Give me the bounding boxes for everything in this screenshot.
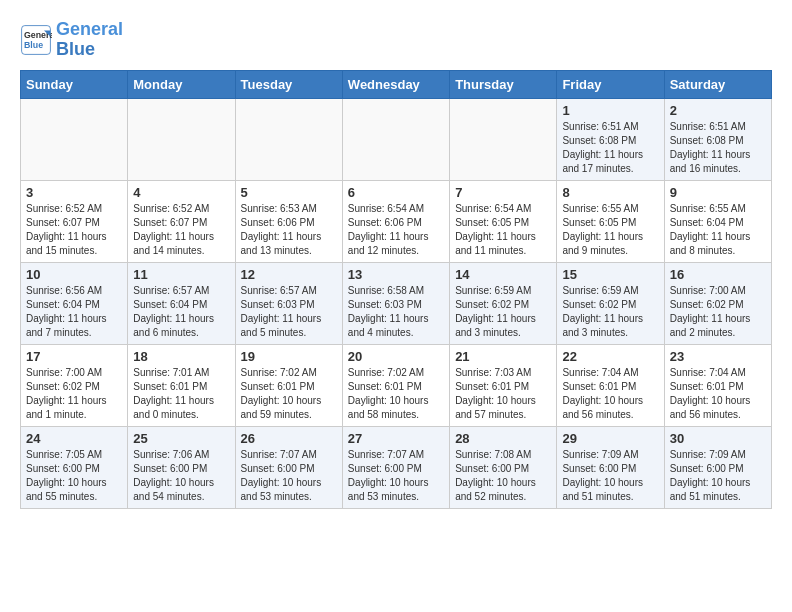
day-info: Sunrise: 7:06 AMSunset: 6:00 PMDaylight:… <box>133 448 229 504</box>
day-info: Sunrise: 7:02 AMSunset: 6:01 PMDaylight:… <box>348 366 444 422</box>
day-cell-27: 27Sunrise: 7:07 AMSunset: 6:00 PMDayligh… <box>342 426 449 508</box>
day-number: 18 <box>133 349 229 364</box>
day-number: 9 <box>670 185 766 200</box>
day-number: 20 <box>348 349 444 364</box>
day-info: Sunrise: 6:59 AMSunset: 6:02 PMDaylight:… <box>562 284 658 340</box>
day-cell-16: 16Sunrise: 7:00 AMSunset: 6:02 PMDayligh… <box>664 262 771 344</box>
day-info: Sunrise: 7:01 AMSunset: 6:01 PMDaylight:… <box>133 366 229 422</box>
week-row-1: 1Sunrise: 6:51 AMSunset: 6:08 PMDaylight… <box>21 98 772 180</box>
day-number: 3 <box>26 185 122 200</box>
day-cell-3: 3Sunrise: 6:52 AMSunset: 6:07 PMDaylight… <box>21 180 128 262</box>
day-number: 12 <box>241 267 337 282</box>
day-info: Sunrise: 6:55 AMSunset: 6:05 PMDaylight:… <box>562 202 658 258</box>
day-cell-9: 9Sunrise: 6:55 AMSunset: 6:04 PMDaylight… <box>664 180 771 262</box>
day-info: Sunrise: 7:09 AMSunset: 6:00 PMDaylight:… <box>670 448 766 504</box>
weekday-header-tuesday: Tuesday <box>235 70 342 98</box>
logo-text: GeneralBlue <box>56 20 123 60</box>
day-info: Sunrise: 7:00 AMSunset: 6:02 PMDaylight:… <box>670 284 766 340</box>
day-cell-23: 23Sunrise: 7:04 AMSunset: 6:01 PMDayligh… <box>664 344 771 426</box>
day-cell-8: 8Sunrise: 6:55 AMSunset: 6:05 PMDaylight… <box>557 180 664 262</box>
day-number: 4 <box>133 185 229 200</box>
day-number: 16 <box>670 267 766 282</box>
day-number: 13 <box>348 267 444 282</box>
day-cell-17: 17Sunrise: 7:00 AMSunset: 6:02 PMDayligh… <box>21 344 128 426</box>
weekday-header-saturday: Saturday <box>664 70 771 98</box>
week-row-3: 10Sunrise: 6:56 AMSunset: 6:04 PMDayligh… <box>21 262 772 344</box>
weekday-header-thursday: Thursday <box>450 70 557 98</box>
day-info: Sunrise: 6:54 AMSunset: 6:05 PMDaylight:… <box>455 202 551 258</box>
day-cell-15: 15Sunrise: 6:59 AMSunset: 6:02 PMDayligh… <box>557 262 664 344</box>
day-cell-11: 11Sunrise: 6:57 AMSunset: 6:04 PMDayligh… <box>128 262 235 344</box>
day-number: 29 <box>562 431 658 446</box>
svg-text:Blue: Blue <box>24 40 43 50</box>
day-info: Sunrise: 6:53 AMSunset: 6:06 PMDaylight:… <box>241 202 337 258</box>
day-info: Sunrise: 6:54 AMSunset: 6:06 PMDaylight:… <box>348 202 444 258</box>
weekday-header-row: SundayMondayTuesdayWednesdayThursdayFrid… <box>21 70 772 98</box>
day-cell-6: 6Sunrise: 6:54 AMSunset: 6:06 PMDaylight… <box>342 180 449 262</box>
day-info: Sunrise: 6:52 AMSunset: 6:07 PMDaylight:… <box>26 202 122 258</box>
weekday-header-sunday: Sunday <box>21 70 128 98</box>
day-number: 22 <box>562 349 658 364</box>
empty-cell <box>21 98 128 180</box>
day-info: Sunrise: 7:05 AMSunset: 6:00 PMDaylight:… <box>26 448 122 504</box>
day-info: Sunrise: 7:00 AMSunset: 6:02 PMDaylight:… <box>26 366 122 422</box>
day-number: 23 <box>670 349 766 364</box>
day-cell-18: 18Sunrise: 7:01 AMSunset: 6:01 PMDayligh… <box>128 344 235 426</box>
day-number: 1 <box>562 103 658 118</box>
week-row-2: 3Sunrise: 6:52 AMSunset: 6:07 PMDaylight… <box>21 180 772 262</box>
day-info: Sunrise: 6:51 AMSunset: 6:08 PMDaylight:… <box>562 120 658 176</box>
day-cell-10: 10Sunrise: 6:56 AMSunset: 6:04 PMDayligh… <box>21 262 128 344</box>
day-info: Sunrise: 7:07 AMSunset: 6:00 PMDaylight:… <box>348 448 444 504</box>
day-cell-12: 12Sunrise: 6:57 AMSunset: 6:03 PMDayligh… <box>235 262 342 344</box>
weekday-header-wednesday: Wednesday <box>342 70 449 98</box>
day-info: Sunrise: 6:52 AMSunset: 6:07 PMDaylight:… <box>133 202 229 258</box>
day-number: 27 <box>348 431 444 446</box>
day-info: Sunrise: 7:04 AMSunset: 6:01 PMDaylight:… <box>670 366 766 422</box>
day-cell-30: 30Sunrise: 7:09 AMSunset: 6:00 PMDayligh… <box>664 426 771 508</box>
day-cell-26: 26Sunrise: 7:07 AMSunset: 6:00 PMDayligh… <box>235 426 342 508</box>
day-number: 11 <box>133 267 229 282</box>
day-cell-24: 24Sunrise: 7:05 AMSunset: 6:00 PMDayligh… <box>21 426 128 508</box>
day-info: Sunrise: 6:56 AMSunset: 6:04 PMDaylight:… <box>26 284 122 340</box>
day-number: 8 <box>562 185 658 200</box>
day-cell-20: 20Sunrise: 7:02 AMSunset: 6:01 PMDayligh… <box>342 344 449 426</box>
day-info: Sunrise: 6:57 AMSunset: 6:03 PMDaylight:… <box>241 284 337 340</box>
day-info: Sunrise: 7:08 AMSunset: 6:00 PMDaylight:… <box>455 448 551 504</box>
logo-icon: General Blue <box>20 24 52 56</box>
day-info: Sunrise: 6:55 AMSunset: 6:04 PMDaylight:… <box>670 202 766 258</box>
day-cell-28: 28Sunrise: 7:08 AMSunset: 6:00 PMDayligh… <box>450 426 557 508</box>
empty-cell <box>450 98 557 180</box>
day-number: 5 <box>241 185 337 200</box>
calendar-table: SundayMondayTuesdayWednesdayThursdayFrid… <box>20 70 772 509</box>
day-number: 25 <box>133 431 229 446</box>
day-info: Sunrise: 7:07 AMSunset: 6:00 PMDaylight:… <box>241 448 337 504</box>
day-info: Sunrise: 6:59 AMSunset: 6:02 PMDaylight:… <box>455 284 551 340</box>
day-number: 24 <box>26 431 122 446</box>
day-cell-29: 29Sunrise: 7:09 AMSunset: 6:00 PMDayligh… <box>557 426 664 508</box>
day-cell-25: 25Sunrise: 7:06 AMSunset: 6:00 PMDayligh… <box>128 426 235 508</box>
day-cell-19: 19Sunrise: 7:02 AMSunset: 6:01 PMDayligh… <box>235 344 342 426</box>
day-info: Sunrise: 6:51 AMSunset: 6:08 PMDaylight:… <box>670 120 766 176</box>
weekday-header-monday: Monday <box>128 70 235 98</box>
day-info: Sunrise: 7:03 AMSunset: 6:01 PMDaylight:… <box>455 366 551 422</box>
day-number: 30 <box>670 431 766 446</box>
day-info: Sunrise: 7:09 AMSunset: 6:00 PMDaylight:… <box>562 448 658 504</box>
page-header: General Blue GeneralBlue <box>20 20 772 60</box>
day-number: 21 <box>455 349 551 364</box>
day-number: 26 <box>241 431 337 446</box>
day-number: 6 <box>348 185 444 200</box>
day-number: 7 <box>455 185 551 200</box>
day-cell-7: 7Sunrise: 6:54 AMSunset: 6:05 PMDaylight… <box>450 180 557 262</box>
day-cell-5: 5Sunrise: 6:53 AMSunset: 6:06 PMDaylight… <box>235 180 342 262</box>
day-number: 10 <box>26 267 122 282</box>
empty-cell <box>128 98 235 180</box>
day-info: Sunrise: 6:57 AMSunset: 6:04 PMDaylight:… <box>133 284 229 340</box>
logo: General Blue GeneralBlue <box>20 20 123 60</box>
empty-cell <box>342 98 449 180</box>
week-row-4: 17Sunrise: 7:00 AMSunset: 6:02 PMDayligh… <box>21 344 772 426</box>
day-info: Sunrise: 7:02 AMSunset: 6:01 PMDaylight:… <box>241 366 337 422</box>
day-cell-2: 2Sunrise: 6:51 AMSunset: 6:08 PMDaylight… <box>664 98 771 180</box>
day-cell-22: 22Sunrise: 7:04 AMSunset: 6:01 PMDayligh… <box>557 344 664 426</box>
day-cell-21: 21Sunrise: 7:03 AMSunset: 6:01 PMDayligh… <box>450 344 557 426</box>
day-number: 17 <box>26 349 122 364</box>
